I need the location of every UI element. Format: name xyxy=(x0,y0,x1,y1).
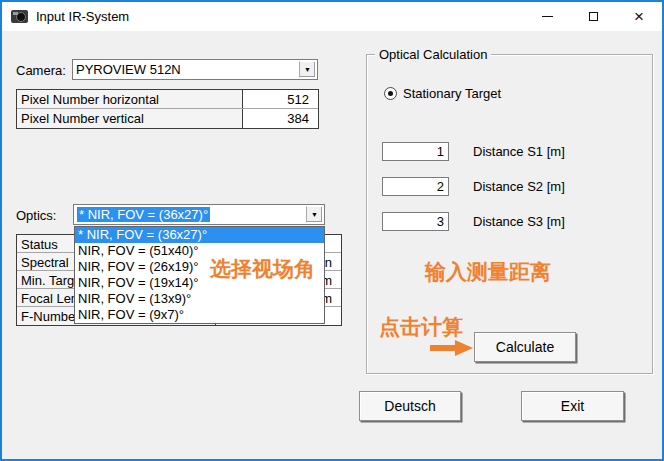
stationary-target-radio[interactable] xyxy=(384,87,397,100)
titlebar: Input IR-System × xyxy=(2,2,662,31)
window-title: Input IR-System xyxy=(36,9,129,24)
chevron-down-icon: ▼ xyxy=(311,211,318,218)
optical-calculation-title: Optical Calculation xyxy=(375,47,491,62)
pixel-vertical-label: Pixel Number vertical xyxy=(17,109,243,128)
optics-combobox[interactable]: * NIR, FOV = (36x27)° ▼ xyxy=(73,204,325,225)
pixel-horizontal-label: Pixel Number horizontal xyxy=(17,90,243,108)
close-icon: × xyxy=(634,8,644,25)
pixel-number-table: Pixel Number horizontal 512 Pixel Number… xyxy=(16,89,319,129)
optics-label: Optics: xyxy=(16,208,56,223)
camera-combobox-arrow[interactable]: ▼ xyxy=(299,61,316,78)
optics-combobox-arrow[interactable]: ▼ xyxy=(306,206,323,223)
deutsch-button[interactable]: Deutsch xyxy=(359,391,461,421)
maximize-icon xyxy=(589,12,598,21)
chevron-down-icon: ▼ xyxy=(304,66,311,73)
distance-s3-label: Distance S3 [m] xyxy=(473,214,565,229)
annotation-click-calculate: 点击计算 xyxy=(379,313,463,341)
pixel-horizontal-value: 512 xyxy=(243,90,318,108)
camera-app-icon xyxy=(11,10,28,23)
optics-option-5[interactable]: NIR, FOV = (13x9)° xyxy=(75,291,324,307)
annotation-enter-distance: 输入测量距离 xyxy=(425,258,551,286)
pixel-vertical-value: 384 xyxy=(243,109,318,128)
stationary-target-label: Stationary Target xyxy=(403,86,501,101)
distance-s3-input[interactable] xyxy=(382,212,449,231)
minimize-button[interactable] xyxy=(524,2,570,31)
calculate-button[interactable]: Calculate xyxy=(474,332,576,362)
minimize-icon xyxy=(542,16,553,17)
camera-combobox-value: PYROVIEW 512N xyxy=(76,62,181,77)
input-ir-system-window: Input IR-System × Camera: PYROVIEW 512N … xyxy=(0,0,664,461)
annotation-select-fov: 选择视场角 xyxy=(210,255,315,283)
table-row: Pixel Number horizontal 512 xyxy=(17,90,318,109)
optics-option-6[interactable]: NIR, FOV = (9x7)° xyxy=(75,307,324,323)
distance-s2-input[interactable] xyxy=(382,177,449,196)
exit-button[interactable]: Exit xyxy=(521,391,624,421)
table-row: Pixel Number vertical 384 xyxy=(17,109,318,128)
optics-combobox-value: * NIR, FOV = (36x27)° xyxy=(77,207,210,222)
optics-option-1[interactable]: * NIR, FOV = (36x27)° xyxy=(75,227,324,243)
camera-combobox[interactable]: PYROVIEW 512N ▼ xyxy=(72,59,318,80)
close-button[interactable]: × xyxy=(616,2,662,31)
distance-s2-label: Distance S2 [m] xyxy=(473,179,565,194)
camera-label: Camera: xyxy=(16,63,66,78)
maximize-button[interactable] xyxy=(570,2,616,31)
distance-s1-input[interactable] xyxy=(382,142,449,161)
distance-s1-label: Distance S1 [m] xyxy=(473,144,565,159)
